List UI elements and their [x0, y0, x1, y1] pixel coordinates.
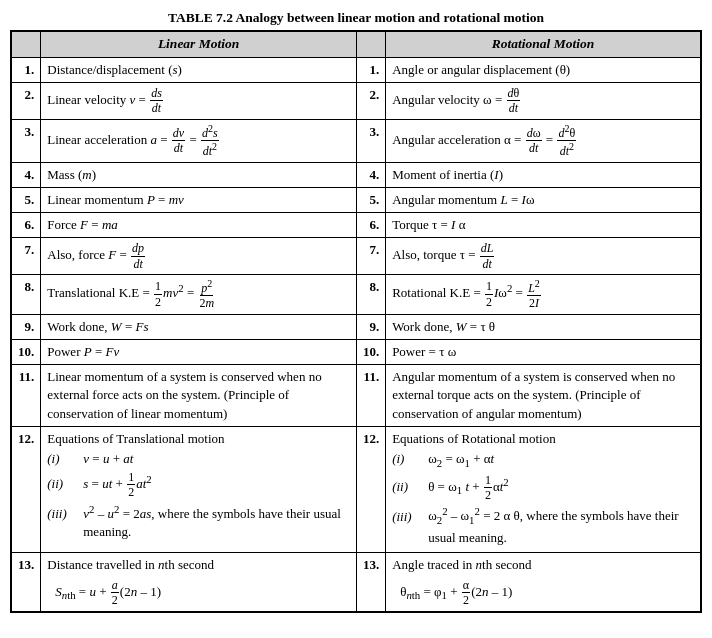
row13-left: Distance travelled in nth second Snth = …	[41, 552, 357, 611]
row6-left: Force F = ma	[41, 213, 357, 238]
row12-num-left: 12.	[11, 426, 41, 552]
row4-right: Moment of inertia (I)	[386, 162, 701, 187]
header-num	[11, 31, 41, 57]
row13-num-left: 13.	[11, 552, 41, 611]
table-row: 2. Linear velocity v = dsdt 2. Angular v…	[11, 83, 701, 120]
row9-left: Work done, W = Fs	[41, 314, 357, 339]
table-row: 6. Force F = ma 6. Torque τ = I α	[11, 213, 701, 238]
row7-num-left: 7.	[11, 238, 41, 275]
row3-left: Linear acceleration a = dvdt = d2sdt2	[41, 119, 357, 162]
row7-right: Also, torque τ = dLdt	[386, 238, 701, 275]
analogy-table: Linear Motion Rotational Motion 1. Dista…	[10, 30, 702, 613]
row1-left: Distance/displacement (s)	[41, 57, 357, 82]
row6-num-right: 6.	[356, 213, 385, 238]
row9-right: Work done, W = τ θ	[386, 314, 701, 339]
row7-num-right: 7.	[356, 238, 385, 275]
row4-num-right: 4.	[356, 162, 385, 187]
header-rotational: Rotational Motion	[386, 31, 701, 57]
row11-left: Linear momentum of a system is conserved…	[41, 365, 357, 427]
row10-num-left: 10.	[11, 339, 41, 364]
table-row: 5. Linear momentum P = mv 5. Angular mom…	[11, 187, 701, 212]
row13-num-right: 13.	[356, 552, 385, 611]
table-title: TABLE 7.2 Analogy between linear motion …	[10, 10, 702, 26]
row2-right: Angular velocity ω = dθdt	[386, 83, 701, 120]
row8-left: Translational K.E = 12mv2 = p22m	[41, 274, 357, 314]
row12-left: Equations of Translational motion (i) v …	[41, 426, 357, 552]
row11-right: Angular momentum of a system is conserve…	[386, 365, 701, 427]
row9-num-left: 9.	[11, 314, 41, 339]
table-row: 7. Also, force F = dpdt 7. Also, torque …	[11, 238, 701, 275]
row3-right: Angular acceleration α = dωdt = d2θdt2	[386, 119, 701, 162]
table-row: 10. Power P = Fv 10. Power = τ ω	[11, 339, 701, 364]
row12-num-right: 12.	[356, 426, 385, 552]
table-row: 13. Distance travelled in nth second Snt…	[11, 552, 701, 611]
row8-num-right: 8.	[356, 274, 385, 314]
page-container: TABLE 7.2 Analogy between linear motion …	[10, 10, 702, 613]
row10-right: Power = τ ω	[386, 339, 701, 364]
row12-right: Equations of Rotational motion (i) ω2 = …	[386, 426, 701, 552]
row10-left: Power P = Fv	[41, 339, 357, 364]
table-row: 12. Equations of Translational motion (i…	[11, 426, 701, 552]
row3-num-left: 3.	[11, 119, 41, 162]
row9-num-right: 9.	[356, 314, 385, 339]
row6-right: Torque τ = I α	[386, 213, 701, 238]
row7-left: Also, force F = dpdt	[41, 238, 357, 275]
table-row: 4. Mass (m) 4. Moment of inertia (I)	[11, 162, 701, 187]
table-row: 3. Linear acceleration a = dvdt = d2sdt2…	[11, 119, 701, 162]
table-row: 8. Translational K.E = 12mv2 = p22m 8. R…	[11, 274, 701, 314]
row8-right: Rotational K.E = 12Iω2 = L22I	[386, 274, 701, 314]
row2-num-left: 2.	[11, 83, 41, 120]
header-linear: Linear Motion	[41, 31, 357, 57]
row4-num-left: 4.	[11, 162, 41, 187]
row2-left: Linear velocity v = dsdt	[41, 83, 357, 120]
row1-num-left: 1.	[11, 57, 41, 82]
row5-right: Angular momentum L = Iω	[386, 187, 701, 212]
row11-num-left: 11.	[11, 365, 41, 427]
header-num2	[356, 31, 385, 57]
row8-num-left: 8.	[11, 274, 41, 314]
row10-num-right: 10.	[356, 339, 385, 364]
row11-num-right: 11.	[356, 365, 385, 427]
row6-num-left: 6.	[11, 213, 41, 238]
row5-num-right: 5.	[356, 187, 385, 212]
row1-num-right: 1.	[356, 57, 385, 82]
table-row: 1. Distance/displacement (s) 1. Angle or…	[11, 57, 701, 82]
table-row: 9. Work done, W = Fs 9. Work done, W = τ…	[11, 314, 701, 339]
row4-left: Mass (m)	[41, 162, 357, 187]
row2-num-right: 2.	[356, 83, 385, 120]
row1-right: Angle or angular displacement (θ)	[386, 57, 701, 82]
row5-num-left: 5.	[11, 187, 41, 212]
table-row: 11. Linear momentum of a system is conse…	[11, 365, 701, 427]
row13-right: Angle traced in nth second θnth = φ1 + α…	[386, 552, 701, 611]
row5-left: Linear momentum P = mv	[41, 187, 357, 212]
row3-num-right: 3.	[356, 119, 385, 162]
